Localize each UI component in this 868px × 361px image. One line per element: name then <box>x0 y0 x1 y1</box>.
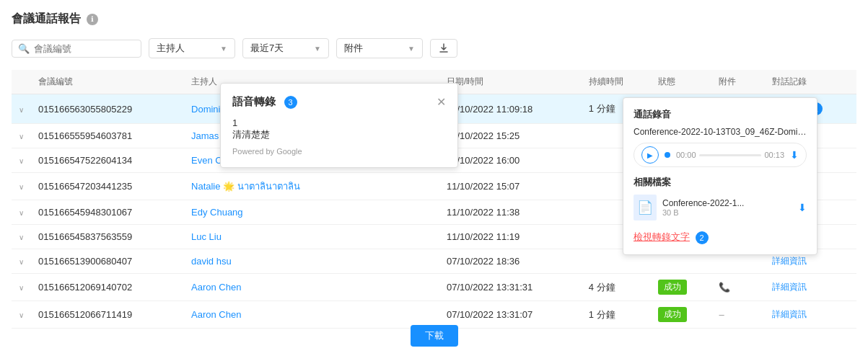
host-link[interactable]: Natalie 🌟 นาตาลินาตาลิน <box>191 181 300 192</box>
play-button[interactable]: ▶ <box>641 146 659 164</box>
expand-cell[interactable]: ∨ <box>12 301 31 329</box>
empty3 <box>399 249 419 274</box>
empty2 <box>378 200 398 225</box>
datetime-cell: 11/10/2022 11:38 <box>439 200 582 225</box>
col-expand <box>12 70 31 94</box>
expand-icon[interactable]: ∨ <box>19 157 24 165</box>
page-title: 會議通話報告 <box>12 12 81 27</box>
col-meeting-id: 會議編號 <box>31 70 184 94</box>
expand-cell[interactable]: ∨ <box>12 274 31 301</box>
chevron-down-icon: ▼ <box>220 45 227 53</box>
recording-badge-2: 2 <box>696 231 709 244</box>
speech-content: 1 清清楚楚 <box>232 117 446 141</box>
empty1 <box>358 301 378 329</box>
recording-section-title: 通話錄音 <box>634 108 807 121</box>
expand-icon[interactable]: ∨ <box>19 183 24 191</box>
host-link[interactable]: Aaron Chen <box>191 282 241 293</box>
host-cell: Luc Liu <box>184 225 358 249</box>
audio-filename: Conference-2022-10-13T03_09_46Z-Dominic … <box>634 127 807 137</box>
host-cell: david hsu <box>184 249 358 274</box>
detail-link[interactable]: 詳細資訊 <box>772 282 807 292</box>
host-cell: Natalie 🌟 นาตาลินาตาลิน <box>184 173 358 200</box>
datetime-cell: 12/10/2022 15:25 <box>439 124 582 148</box>
info-icon[interactable]: ℹ <box>87 14 98 25</box>
empty4 <box>419 249 439 274</box>
progress-bar[interactable] <box>699 154 762 156</box>
empty4 <box>419 274 439 301</box>
meeting-id-cell: 015166547522604134 <box>31 148 184 173</box>
host-link[interactable]: Luc Liu <box>191 231 222 242</box>
empty3 <box>399 173 419 200</box>
host-cell: Aaron Chen <box>184 274 358 301</box>
host-link[interactable]: Edy Chuang <box>191 207 243 218</box>
powered-by-label: Powered by Google <box>232 147 446 156</box>
datetime-cell: 11/10/2022 15:07 <box>439 173 582 200</box>
view-transcript-area: 檢視轉錄文字 2 <box>634 228 807 244</box>
file-icon: 📄 <box>634 195 657 220</box>
expand-icon[interactable]: ∨ <box>19 311 24 319</box>
expand-icon[interactable]: ∨ <box>19 233 24 241</box>
duration-cell: 1 分鐘 <box>582 301 651 329</box>
page-header: 會議通話報告 ℹ <box>12 12 856 27</box>
host-link[interactable]: david hsu <box>191 256 232 267</box>
empty1 <box>358 173 378 200</box>
col-duration: 持續時間 <box>582 70 651 94</box>
expand-icon[interactable]: ∨ <box>19 284 24 292</box>
datetime-cell: 13/10/2022 11:09:18 <box>439 94 582 124</box>
table-row: ∨ 015166512069140702 Aaron Chen 07/10/20… <box>12 274 856 301</box>
speech-badge: 3 <box>284 96 297 109</box>
expand-cell[interactable]: ∨ <box>12 200 31 225</box>
time-total: 00:13 <box>764 151 784 159</box>
meeting-id-cell: 015166555954603781 <box>31 124 184 148</box>
datetime-cell: 07/10/2022 18:36 <box>439 249 582 274</box>
empty2 <box>378 301 398 329</box>
search-box[interactable]: 🔍 <box>12 40 141 58</box>
duration-cell: 4 分鐘 <box>582 274 651 301</box>
chevron-down-icon: ▼ <box>408 45 415 53</box>
meeting-id-cell: 015166512066711419 <box>31 301 184 329</box>
empty4 <box>419 173 439 200</box>
expand-icon[interactable]: ∨ <box>19 209 24 217</box>
export-download-button[interactable] <box>430 39 457 58</box>
detail-link[interactable]: 詳細資訊 <box>772 309 807 319</box>
attachment-cell: 📞 <box>711 274 764 301</box>
meeting-id-cell: 015166545837563559 <box>31 225 184 249</box>
host-cell: Edy Chuang <box>184 200 358 225</box>
expand-icon[interactable]: ∨ <box>19 133 24 141</box>
status-cell: 成功 <box>651 301 712 329</box>
expand-icon[interactable]: ∨ <box>19 258 24 266</box>
detail-link[interactable]: 詳細資訊 <box>772 256 807 266</box>
empty3 <box>399 274 419 301</box>
bottom-download-button[interactable]: 下載 <box>411 325 458 347</box>
empty1 <box>358 249 378 274</box>
host-link[interactable]: Aaron Chen <box>191 309 241 320</box>
expand-icon[interactable]: ∨ <box>19 106 24 114</box>
status-cell: 成功 <box>651 274 712 301</box>
file-info: Conference-2022-1... 30 B <box>662 198 792 217</box>
audio-dot <box>665 152 670 158</box>
speech-panel-header: 語音轉錄 3 ✕ <box>232 95 446 109</box>
close-button[interactable]: ✕ <box>437 95 446 109</box>
expand-cell[interactable]: ∨ <box>12 249 31 274</box>
date-dropdown[interactable]: 最近7天 ▼ <box>242 38 329 58</box>
expand-cell[interactable]: ∨ <box>12 148 31 173</box>
phone-icon: 📞 <box>719 282 730 293</box>
expand-cell[interactable]: ∨ <box>12 173 31 200</box>
audio-download-icon[interactable]: ⬇ <box>790 149 799 161</box>
detail-cell: 詳細資訊 <box>765 301 856 329</box>
speech-panel-title: 語音轉錄 <box>232 95 276 107</box>
view-transcript-link[interactable]: 檢視轉錄文字 <box>634 231 690 244</box>
search-input[interactable] <box>34 43 128 54</box>
file-item: 📄 Conference-2022-1... 30 B ⬇ <box>634 195 807 220</box>
expand-cell[interactable]: ∨ <box>12 94 31 124</box>
expand-cell[interactable]: ∨ <box>12 225 31 249</box>
expand-cell[interactable]: ∨ <box>12 124 31 148</box>
meeting-id-cell: 015166563055805229 <box>31 94 184 124</box>
file-size: 30 B <box>662 208 792 217</box>
host-dropdown[interactable]: 主持人 ▼ <box>149 38 235 58</box>
attachment-dropdown[interactable]: 附件 ▼ <box>336 38 423 58</box>
empty1 <box>358 274 378 301</box>
speech-name: 清清楚楚 <box>232 128 446 141</box>
table-row: ∨ 015166512066711419 Aaron Chen 07/10/20… <box>12 301 856 329</box>
file-download-icon[interactable]: ⬇ <box>798 202 807 213</box>
